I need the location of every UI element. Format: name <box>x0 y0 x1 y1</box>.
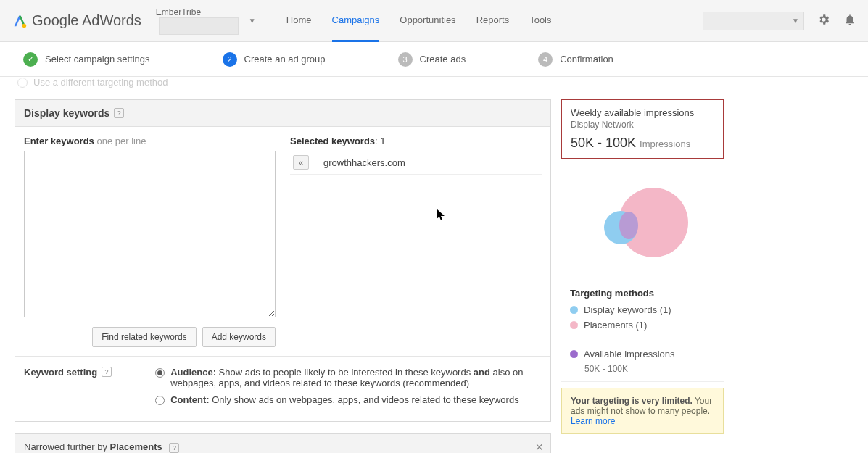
nav-opportunities[interactable]: Opportunities <box>400 0 455 42</box>
step-1: ✓ Select campaign settings <box>23 52 150 67</box>
content-option: Content: Only show ads on webpages, apps… <box>170 394 519 405</box>
impressions-title: Weekly available impressions <box>571 107 714 118</box>
step-4: 4 Confirmation <box>538 52 613 67</box>
learn-more-link[interactable]: Learn more <box>571 416 615 426</box>
display-keywords-panel: Display keywords ? Enter keywords one pe… <box>15 99 551 422</box>
dot-icon <box>570 306 578 314</box>
targeting-methods: Targeting methods Display keywords (1) P… <box>561 282 724 341</box>
targeting-label: Placements (1) <box>584 320 647 331</box>
user-selector[interactable]: ▼ <box>703 12 804 30</box>
content-radio-row[interactable]: Content: Only show ads on webpages, apps… <box>155 394 542 405</box>
brand-text: Google AdWords <box>32 12 141 29</box>
panel-header: Display keywords ? <box>15 100 550 127</box>
targeting-item: Display keywords (1) <box>570 304 715 315</box>
account-selector[interactable]: EmberTribe ▼ <box>156 7 265 35</box>
caret-down-icon: ▼ <box>249 17 256 25</box>
targeting-label: Display keywords (1) <box>584 304 671 315</box>
targeting-item: Placements (1) <box>570 320 715 331</box>
step-number: 3 <box>398 52 413 67</box>
step-number: 2 <box>223 52 237 67</box>
add-keywords-button[interactable]: Add keywords <box>202 327 276 347</box>
nav-campaigns[interactable]: Campaigns <box>332 0 380 42</box>
main-nav: Home Campaigns Opportunities Reports Too… <box>286 0 552 42</box>
find-related-button[interactable]: Find related keywords <box>92 327 196 347</box>
available-label: Available impressions <box>584 349 675 360</box>
step-2: 2 Create an ad group <box>223 52 326 67</box>
adwords-logo-icon <box>12 13 28 29</box>
radio-unselected-icon <box>155 396 165 405</box>
keyword-setting-section: Keyword setting ? Audience: Show ads to … <box>15 356 550 421</box>
narrowed-title: Narrowed further by Placements <box>24 441 162 452</box>
step-label: Confirmation <box>560 54 613 65</box>
warning-bold: Your targeting is very limited. <box>571 396 693 406</box>
right-sidebar: Weekly available impressions Display Net… <box>561 99 724 434</box>
remove-keyword-button[interactable]: « <box>293 155 309 170</box>
targeting-method-option[interactable]: Use a different targeting method <box>0 77 868 91</box>
targeting-warning: Your targeting is very limited. Your ads… <box>561 388 724 434</box>
audience-radio-row[interactable]: Audience: Show ads to people likely to b… <box>155 367 542 388</box>
impressions-subtitle: Display Network <box>571 120 714 130</box>
brand-logo: Google AdWords <box>12 12 141 29</box>
gear-icon[interactable] <box>817 13 830 28</box>
available-range: 50K - 100K <box>584 364 715 374</box>
selected-keywords-label: Selected keywords: 1 <box>290 136 542 146</box>
enter-keywords-label: Enter keywords one per line <box>24 136 276 146</box>
targeting-title: Targeting methods <box>570 288 715 299</box>
venn-svg <box>584 180 700 267</box>
panel-title: Display keywords <box>24 107 109 119</box>
narrowed-placements-panel: Narrowed further by Placements ? × Websi… <box>15 433 551 453</box>
account-name: EmberTribe <box>156 7 239 17</box>
setting-title: Keyword setting <box>24 367 97 378</box>
venn-diagram <box>561 159 724 275</box>
help-icon[interactable]: ? <box>102 367 112 377</box>
selected-keyword-item: « growthhackers.com <box>290 151 542 175</box>
keywords-textarea[interactable] <box>24 151 276 317</box>
step-3: 3 Create ads <box>398 52 466 67</box>
step-label: Create ads <box>420 54 466 65</box>
panel-header: Narrowed further by Placements ? × <box>15 434 550 453</box>
top-bar: Google AdWords EmberTribe ▼ Home Campaig… <box>0 0 868 42</box>
close-icon[interactable]: × <box>535 440 543 453</box>
step-label: Create an ad group <box>244 54 326 65</box>
keyword-text: growthhackers.com <box>323 157 405 168</box>
account-id-box <box>159 17 239 35</box>
caret-down-icon: ▼ <box>792 17 799 25</box>
wizard-steps: ✓ Select campaign settings 2 Create an a… <box>0 42 868 77</box>
step-label: Select campaign settings <box>45 54 150 65</box>
radio-empty-icon <box>17 78 28 88</box>
nav-reports[interactable]: Reports <box>476 0 510 42</box>
svg-point-3 <box>619 212 638 239</box>
selected-keywords-list: « growthhackers.com <box>290 151 542 175</box>
nav-home[interactable]: Home <box>286 0 312 42</box>
dot-icon <box>570 350 578 358</box>
impressions-range: 50K - 100K Impressions <box>571 136 714 151</box>
radio-selected-icon <box>155 368 165 378</box>
help-icon[interactable]: ? <box>169 443 179 453</box>
audience-option: Audience: Show ads to people likely to b… <box>170 367 542 388</box>
topbar-right: ▼ <box>703 12 856 30</box>
bell-icon[interactable] <box>843 13 856 28</box>
available-impressions: Available impressions 50K - 100K <box>561 341 724 382</box>
step-number: 4 <box>538 52 553 67</box>
help-icon[interactable]: ? <box>114 108 124 118</box>
svg-point-0 <box>22 23 26 27</box>
nav-tools[interactable]: Tools <box>529 0 551 42</box>
dot-icon <box>570 321 578 329</box>
check-icon: ✓ <box>23 52 38 67</box>
option-label: Use a different targeting method <box>33 77 168 88</box>
impressions-box: Weekly available impressions Display Net… <box>561 99 724 159</box>
